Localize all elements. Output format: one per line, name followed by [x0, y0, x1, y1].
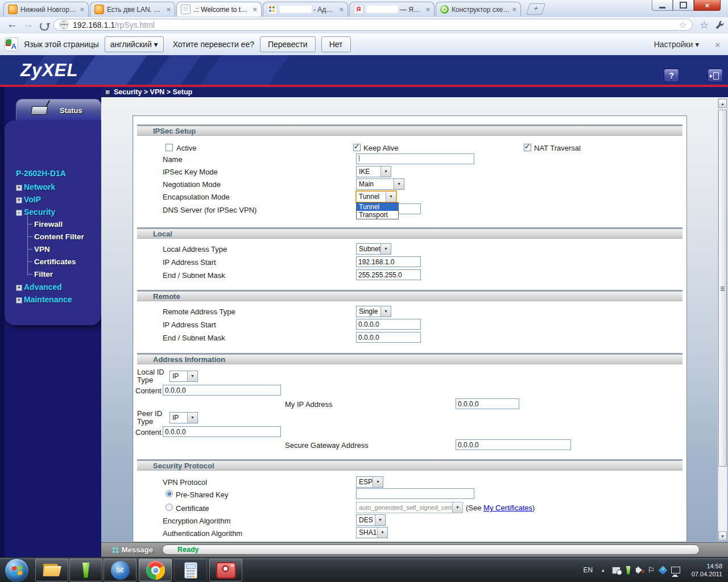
folder-icon: [43, 564, 60, 577]
show-hidden-icons-button[interactable]: ▲: [601, 568, 605, 573]
sidebar-item-advanced[interactable]: Advanced: [24, 282, 62, 292]
translate-button[interactable]: Перевести: [260, 36, 316, 52]
language-select[interactable]: английский ▾: [105, 36, 164, 52]
authentication-algorithm-select[interactable]: SHA1 ▼: [356, 527, 388, 538]
ipsec-key-mode-label: IPSec Key Mode: [163, 168, 218, 176]
vertical-scrollbar[interactable]: ▲ ▼: [718, 98, 727, 541]
local-id-type-select[interactable]: IP ▼: [169, 371, 198, 382]
browser-tab-active[interactable]: .:: Welcome to the Web... ×: [176, 2, 262, 16]
no-translate-button[interactable]: Нет: [321, 36, 351, 52]
encryption-algorithm-select[interactable]: DES ▼: [356, 514, 386, 526]
tab-close-icon[interactable]: ×: [253, 5, 257, 14]
sidebar-item-maintenance[interactable]: Maintenance: [24, 295, 72, 304]
translate-bar-close-icon[interactable]: ×: [715, 40, 720, 49]
browser-tab-4[interactable]: - Админис... ×: [263, 2, 348, 16]
scroll-down-button[interactable]: ▼: [718, 531, 727, 541]
ipsec-key-mode-select[interactable]: IKE ▼: [356, 166, 391, 177]
window-close-button[interactable]: ×: [694, 0, 721, 11]
browser-tab-2[interactable]: Есть две LAN. В одной ... ×: [90, 2, 175, 16]
network-icon[interactable]: [671, 567, 680, 573]
address-bar[interactable]: 192.168.1.1/rpSys.html ☆: [53, 19, 693, 31]
dropdown-option-transport[interactable]: Transport: [357, 211, 398, 219]
tab-close-icon[interactable]: ×: [512, 5, 516, 14]
browser-tab-1[interactable]: Нижний Новгород Onl... ×: [3, 2, 89, 16]
active-checkbox[interactable]: ✓: [166, 144, 173, 151]
peer-content-input[interactable]: [163, 426, 281, 437]
sidebar-item-firewall[interactable]: Firewall: [34, 220, 63, 228]
remote-address-type-select[interactable]: Single ▼: [356, 306, 391, 317]
vpn-protocol-select[interactable]: ESP ▼: [356, 476, 383, 488]
pre-shared-key-radio[interactable]: [166, 490, 173, 497]
action-center-flag-icon[interactable]: ⚐: [647, 566, 655, 575]
sidebar-item-vpn[interactable]: VPN: [34, 245, 50, 253]
browser-tab-5[interactable]: Я — Янде... ×: [349, 2, 435, 16]
local-subnet-mask-input[interactable]: [356, 269, 421, 280]
secure-gateway-input[interactable]: [456, 439, 571, 450]
name-input[interactable]: [356, 153, 474, 164]
keep-alive-checkbox[interactable]: ✓: [353, 144, 361, 151]
sidebar-item-voip[interactable]: VoIP: [24, 195, 41, 204]
window-minimize-button[interactable]: [652, 0, 673, 11]
language-indicator[interactable]: EN: [584, 566, 593, 574]
my-certificates-link[interactable]: My Certificates: [483, 504, 532, 512]
qip-tray-icon[interactable]: [626, 566, 631, 575]
translate-settings-menu[interactable]: Настройки ▾: [654, 40, 700, 49]
logout-button[interactable]: [708, 69, 723, 82]
pre-shared-key-input[interactable]: [356, 488, 474, 499]
negotiation-mode-select[interactable]: Main ▼: [356, 178, 404, 190]
nat-traversal-checkbox[interactable]: ✓: [524, 144, 531, 151]
sidebar-item-network[interactable]: Network: [24, 182, 55, 192]
scroll-up-button[interactable]: ▲: [718, 99, 727, 108]
local-content-input[interactable]: [163, 385, 281, 396]
site-favicon: [94, 5, 104, 14]
green-app-favicon: [440, 5, 449, 14]
scheduler-tray-icon[interactable]: [612, 567, 621, 574]
tab-close-icon[interactable]: ×: [339, 5, 344, 14]
encapsulation-mode-select[interactable]: Tunnel ▼: [355, 190, 397, 203]
taskbar-calculator-button[interactable]: [174, 559, 207, 581]
start-button[interactable]: [5, 558, 29, 582]
forward-button[interactable]: →: [23, 18, 34, 31]
tab-close-icon[interactable]: ×: [425, 5, 430, 14]
collapse-icon-security[interactable]: -: [16, 210, 22, 216]
sidebar-item-content-filter[interactable]: Content Filter: [34, 232, 84, 241]
tab-close-icon[interactable]: ×: [80, 5, 84, 14]
local-ip-start-input[interactable]: [356, 256, 421, 267]
sidebar-item-certificates[interactable]: Certificates: [34, 257, 76, 266]
wrench-menu-icon[interactable]: [715, 20, 725, 32]
help-button[interactable]: ?: [664, 69, 679, 82]
taskbar-chrome-button[interactable]: [139, 559, 172, 581]
dropdown-arrow-icon: ▼: [187, 371, 197, 381]
scrollbar-thumb[interactable]: [718, 110, 727, 467]
expand-icon-maintenance[interactable]: +: [16, 297, 22, 304]
expand-icon-advanced[interactable]: +: [16, 285, 22, 291]
tab-close-icon[interactable]: ×: [166, 5, 171, 14]
remote-ip-start-input[interactable]: [356, 319, 421, 330]
taskbar-screenshot-button[interactable]: [209, 559, 242, 581]
bookmark-star-icon[interactable]: ☆: [679, 20, 686, 30]
peer-id-type-select[interactable]: IP ▼: [169, 412, 198, 423]
new-tab-button[interactable]: +: [526, 3, 545, 15]
volume-muted-icon[interactable]: ×: [636, 568, 639, 572]
taskbar-clock[interactable]: 14:58 07.04.2011: [692, 562, 722, 578]
remote-subnet-mask-input[interactable]: [356, 332, 421, 343]
taskbar-explorer-button[interactable]: [35, 559, 68, 581]
dropdown-option-tunnel[interactable]: Tunnel: [357, 203, 398, 211]
status-button[interactable]: Status: [16, 99, 101, 121]
certificate-radio[interactable]: [166, 504, 173, 511]
dropbox-icon[interactable]: ✓: [658, 566, 667, 575]
back-button[interactable]: ←: [7, 18, 18, 31]
expand-icon-network[interactable]: +: [16, 185, 22, 191]
bookmarks-bar-star-icon[interactable]: ☆: [700, 19, 709, 31]
reload-button[interactable]: [40, 22, 49, 31]
local-address-type-select[interactable]: Subnet ▼: [356, 243, 391, 255]
window-maximize-button[interactable]: [673, 0, 694, 11]
sidebar-item-filter[interactable]: Filter: [34, 270, 53, 278]
expand-icon-voip[interactable]: +: [16, 197, 22, 203]
browser-tab-6[interactable]: Конструктор схем про... ×: [436, 2, 521, 16]
my-ip-address-input[interactable]: [456, 398, 519, 409]
taskbar-qip-button[interactable]: [69, 559, 102, 581]
tree-line: [27, 213, 28, 276]
sidebar-item-security[interactable]: Security: [24, 207, 55, 217]
taskbar-thunderbird-button[interactable]: ✉: [104, 559, 136, 581]
